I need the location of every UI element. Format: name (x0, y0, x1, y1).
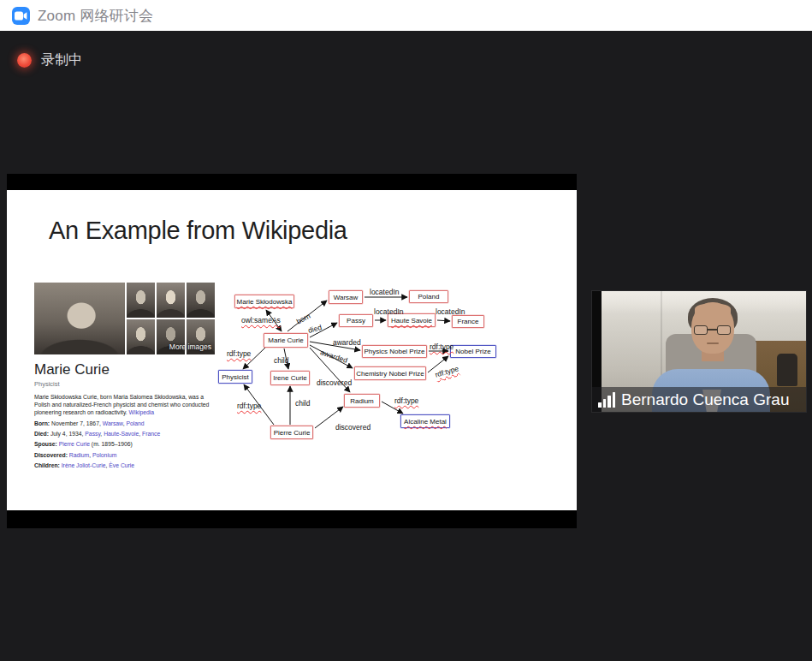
video-background (777, 354, 797, 386)
glasses-icon (694, 325, 708, 335)
graph-edge-label: rdf:type (227, 349, 251, 358)
graph-node-poland: Poland (409, 290, 448, 303)
graph-node-nobel-prize: Nobel Prize (450, 345, 496, 358)
participant-name: Bernardo Cuenca Grau (621, 390, 789, 409)
graph-node-pierre-curie: Pierre Curie (270, 426, 313, 439)
graph-edge-label: child (274, 356, 288, 365)
signal-bars-icon (598, 392, 615, 408)
graph-node-passy: Passy (339, 314, 373, 327)
zoom-logo-icon (12, 7, 30, 25)
graph-node-france: France (452, 315, 484, 328)
participant-figure (707, 342, 719, 344)
graph-node-physics-nobel: Physics Nobel Prize (362, 345, 427, 358)
graph-node-physicist: Physicist (218, 370, 252, 384)
graph-edge-label: locatedIn (370, 288, 400, 296)
recording-indicator: 录制中 (17, 51, 82, 69)
graph-edge-label: discovered (317, 378, 352, 387)
graph-edge-label: locatedIn (436, 307, 465, 316)
graph-edge-locatedIn-hautesavoie (437, 320, 450, 321)
graph-edge-label: owl:sameAs (241, 316, 281, 325)
participant-name-bar: Bernardo Cuenca Grau (592, 387, 806, 412)
graph-node-radium: Radium (344, 394, 380, 408)
window-title: Zoom 网络研讨会 (38, 6, 153, 26)
graph-edge-label: rdf:type (237, 402, 261, 410)
graph-edge-label: child (295, 399, 310, 408)
graph-edge-label: rdf:type (394, 396, 418, 405)
graph-edge-label: rdf:type (430, 342, 453, 351)
glasses-icon (707, 329, 718, 330)
graph-node-marie-curie: Marie Curie (264, 333, 308, 348)
graph-node-irene-curie: Irene Curie (270, 371, 310, 385)
recording-dot-icon (17, 53, 32, 68)
graph-edge-label: locatedIn (374, 307, 404, 316)
graph-edge-label: discovered (335, 423, 370, 432)
participant-figure (695, 303, 731, 315)
graph-edge-label: awarded (333, 338, 361, 347)
zoom-webinar-window: Zoom 网络研讨会 录制中 An Example from Wikipedia… (0, 0, 812, 661)
recording-label: 录制中 (41, 51, 82, 69)
graph-node-chemistry-nobel: Chemistry Nobel Prize (354, 366, 426, 380)
window-titlebar: Zoom 网络研讨会 (0, 0, 812, 31)
graph-node-warsaw: Warsaw (329, 290, 363, 304)
graph-node-alcaline-metal: Alcaline Metal (400, 414, 450, 428)
shared-screen-slide: An Example from Wikipedia More images Ma… (7, 174, 577, 528)
graph-node-marie-sklodowska: Marie Skłodowska (234, 295, 294, 308)
glasses-icon (717, 325, 731, 335)
participant-video[interactable]: Bernardo Cuenca Grau (591, 290, 807, 413)
